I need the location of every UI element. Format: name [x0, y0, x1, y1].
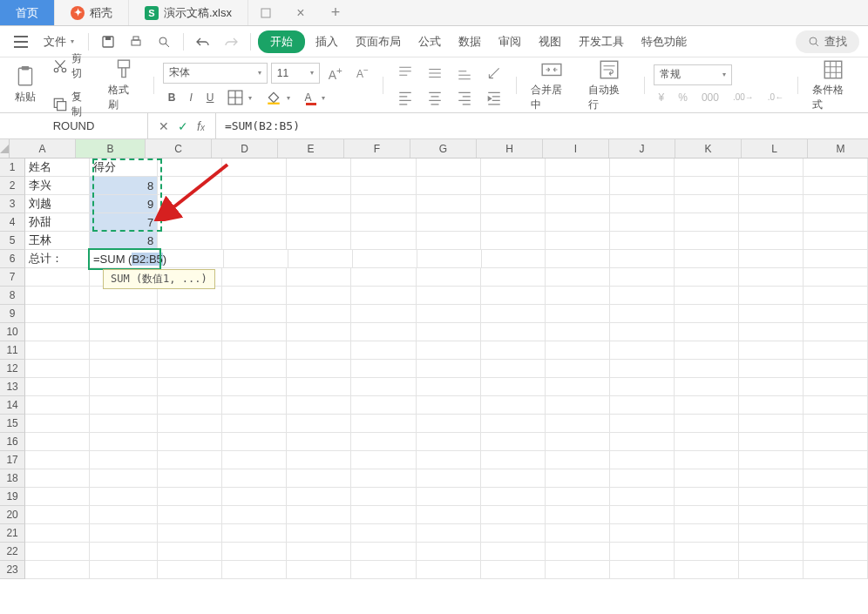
tab-workbook[interactable]: S 演示文稿.xlsx — [129, 0, 248, 25]
cell-G22[interactable] — [417, 543, 481, 561]
cell-L13[interactable] — [739, 378, 804, 396]
cell-G19[interactable] — [417, 488, 481, 506]
cell-J6[interactable] — [610, 250, 675, 268]
cell-D22[interactable] — [222, 543, 287, 561]
cell-B19[interactable] — [90, 488, 158, 506]
tab-dev[interactable]: 开发工具 — [572, 29, 631, 55]
cell-B1[interactable]: 得分 — [90, 159, 158, 177]
bold-button[interactable]: B — [163, 89, 181, 106]
cell-L22[interactable] — [739, 543, 804, 561]
cell-L20[interactable] — [739, 506, 804, 524]
row-header[interactable]: 16 — [0, 433, 25, 451]
cell-F21[interactable] — [351, 524, 416, 543]
col-header-K[interactable]: K — [675, 139, 742, 158]
cell-B18[interactable] — [90, 469, 158, 488]
cell-H21[interactable] — [481, 524, 546, 543]
cell-F6[interactable] — [353, 250, 417, 268]
cell-D2[interactable] — [222, 177, 287, 195]
row-header[interactable]: 13 — [0, 378, 25, 396]
cell-F10[interactable] — [351, 323, 416, 341]
cell-J16[interactable] — [610, 433, 675, 451]
cell-M10[interactable] — [804, 323, 868, 341]
cell-A7[interactable] — [25, 268, 90, 287]
cell-G12[interactable] — [417, 360, 481, 378]
preview-button[interactable] — [152, 30, 176, 54]
cell-A1[interactable]: 姓名 — [25, 159, 90, 177]
cell-F14[interactable] — [351, 396, 416, 415]
col-header-J[interactable]: J — [609, 139, 675, 158]
cell-D15[interactable] — [222, 415, 287, 433]
cell-B2[interactable]: 8 — [90, 177, 158, 195]
cell-G16[interactable] — [417, 433, 481, 451]
font-color-button[interactable]: A▾ — [299, 88, 330, 108]
cell-I7[interactable] — [546, 268, 610, 287]
cell-I12[interactable] — [546, 360, 610, 378]
cell-K14[interactable] — [675, 396, 739, 415]
cell-L15[interactable] — [739, 415, 804, 433]
cell-D12[interactable] — [222, 360, 287, 378]
cell-H11[interactable] — [481, 341, 546, 360]
cell-A14[interactable] — [25, 396, 90, 415]
cell-D21[interactable] — [222, 524, 287, 543]
cell-B4[interactable]: 7 — [90, 213, 158, 232]
cell-B20[interactable] — [90, 506, 158, 524]
cell-L7[interactable] — [739, 268, 804, 287]
cell-E16[interactable] — [287, 433, 351, 451]
cell-C8[interactable] — [158, 287, 222, 305]
cell-L12[interactable] — [739, 360, 804, 378]
decrease-font-button[interactable]: A− — [351, 63, 374, 83]
cell-K12[interactable] — [675, 360, 739, 378]
cell-H22[interactable] — [481, 543, 546, 561]
cell-J3[interactable] — [610, 195, 675, 213]
cell-F12[interactable] — [351, 360, 416, 378]
cell-M22[interactable] — [804, 543, 868, 561]
row-header[interactable]: 14 — [0, 396, 25, 415]
font-name-select[interactable]: 宋体▾ — [163, 63, 268, 84]
cell-G2[interactable] — [417, 177, 481, 195]
cell-J18[interactable] — [610, 469, 675, 488]
cell-M3[interactable] — [804, 195, 868, 213]
cell-B10[interactable] — [90, 323, 158, 341]
cell-G10[interactable] — [417, 323, 481, 341]
cell-K3[interactable] — [675, 195, 739, 213]
cell-G6[interactable] — [417, 250, 482, 268]
cell-B14[interactable] — [90, 396, 158, 415]
row-header[interactable]: 4 — [0, 213, 25, 232]
cell-L14[interactable] — [739, 396, 804, 415]
cell-I13[interactable] — [546, 378, 610, 396]
cell-I15[interactable] — [546, 415, 610, 433]
col-header-B[interactable]: B — [76, 139, 146, 158]
cell-K18[interactable] — [675, 469, 739, 488]
cell-A21[interactable] — [25, 524, 90, 543]
cell-J12[interactable] — [610, 360, 675, 378]
cell-J5[interactable] — [610, 232, 675, 250]
cell-E6[interactable] — [288, 250, 353, 268]
cell-D11[interactable] — [222, 341, 287, 360]
cell-C2[interactable] — [158, 177, 222, 195]
cell-C15[interactable] — [158, 415, 222, 433]
row-header[interactable]: 9 — [0, 305, 25, 323]
cell-C22[interactable] — [158, 543, 222, 561]
cell-M18[interactable] — [804, 469, 868, 488]
cell-K2[interactable] — [675, 177, 739, 195]
row-header[interactable]: 21 — [0, 524, 25, 543]
cell-D19[interactable] — [222, 488, 287, 506]
cell-M15[interactable] — [804, 415, 868, 433]
cell-B6[interactable]: =SUM (B2:B5) — [90, 250, 159, 268]
print-button[interactable] — [124, 30, 148, 54]
cell-G1[interactable] — [417, 159, 481, 177]
cell-B9[interactable] — [90, 305, 158, 323]
cell-M9[interactable] — [804, 305, 868, 323]
tab-review[interactable]: 审阅 — [492, 29, 528, 55]
border-button[interactable]: ▾ — [222, 87, 257, 108]
cell-E11[interactable] — [287, 341, 351, 360]
search-input[interactable]: 查找 — [796, 30, 859, 53]
cut-button[interactable]: 剪切 — [47, 49, 98, 84]
row-header[interactable]: 6 — [0, 250, 25, 268]
cell-F4[interactable] — [351, 213, 416, 232]
cell-D7[interactable] — [222, 268, 287, 287]
cell-G13[interactable] — [417, 378, 481, 396]
cell-H12[interactable] — [481, 360, 546, 378]
cell-I20[interactable] — [546, 506, 610, 524]
italic-button[interactable]: I — [184, 89, 197, 106]
